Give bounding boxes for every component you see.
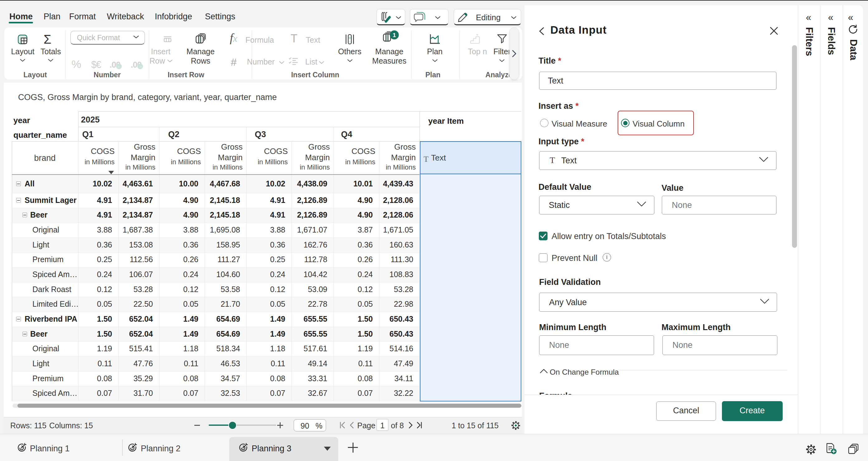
svg-text:1: 1 <box>393 32 396 38</box>
